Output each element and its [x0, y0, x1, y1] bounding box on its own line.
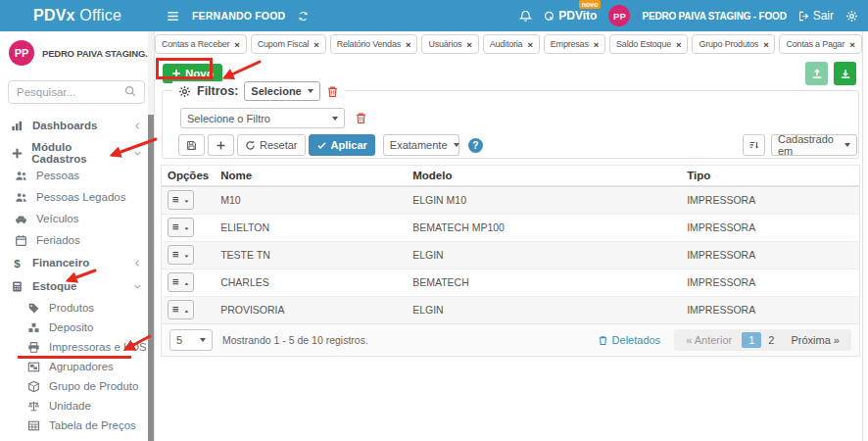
row-options-button[interactable] — [168, 190, 194, 210]
import-button[interactable] — [805, 62, 828, 85]
row-options-button[interactable] — [168, 300, 194, 319]
sidebar-user[interactable]: PP PEDRO PAIVA STAGING... — [0, 31, 154, 72]
sidebar-item-label: Pessoas Legados — [36, 191, 125, 203]
close-icon[interactable]: × — [313, 39, 318, 50]
settings-gear-icon[interactable] — [845, 10, 858, 23]
saved-filter-select[interactable]: Selecione o Filtro — [180, 108, 345, 128]
save-filter-button[interactable] — [178, 134, 205, 156]
deleted-records-link[interactable]: Deletados — [598, 334, 661, 346]
boxes-icon — [26, 321, 41, 334]
cell-model: BEMATECH MP100 — [407, 214, 681, 241]
sidebar-item-modulo-cadastros[interactable]: Módulo Cadastros — [0, 141, 154, 165]
table-row-elielton: ELIELTONBEMATECH MP100IMPRESSORA — [162, 214, 859, 241]
close-icon[interactable]: × — [849, 39, 854, 50]
column-header-name[interactable]: Nome — [215, 166, 407, 186]
page-button-2[interactable]: 2 — [761, 332, 781, 348]
tab-relatorio-vendas[interactable]: Relatório Vendas× — [330, 34, 418, 54]
sidebar-item-dashboards[interactable]: Dashboards — [0, 114, 154, 137]
tab-empresas[interactable]: Empresas× — [544, 34, 605, 54]
refresh-icon[interactable] — [298, 11, 309, 22]
row-options-button[interactable] — [168, 245, 194, 265]
caret-down-icon — [183, 193, 190, 208]
sort-field-select[interactable]: Cadastrado em — [771, 134, 857, 156]
deleted-records-label: Deletados — [612, 334, 661, 346]
table-row-provisoria: PROVISORIAELGINIMPRESSORA — [162, 296, 859, 323]
add-filter-button[interactable] — [208, 134, 234, 156]
tab-usuarios[interactable]: Usuários× — [421, 34, 478, 54]
sidebar-item-unidade[interactable]: Unidade — [0, 396, 154, 416]
tab-label: Grupo Produtos — [699, 39, 758, 49]
hamburger-menu-icon[interactable] — [167, 10, 179, 23]
sidebar-item-veiculos[interactable]: Veículos — [0, 208, 154, 229]
logout-button[interactable]: Sair — [798, 9, 834, 23]
sidebar-item-feriados[interactable]: Feriados — [0, 229, 154, 251]
sidebar-item-tabela-de-precos[interactable]: Tabela de Preços — [0, 416, 154, 435]
previous-page-button[interactable]: « Anterior — [678, 332, 740, 348]
cell-model: ELGIN — [407, 241, 681, 269]
tab-contas-a-receber[interactable]: Contas a Receber× — [155, 34, 247, 54]
page-button-1[interactable]: 1 — [742, 332, 761, 348]
tab-grupo-produtos[interactable]: Grupo Produtos× — [692, 34, 775, 54]
chevron-down-icon — [308, 89, 313, 93]
close-icon[interactable]: × — [594, 39, 599, 50]
sidebar-item-label: Unidade — [49, 400, 91, 412]
row-options-button[interactable] — [168, 272, 194, 292]
sort-direction-button[interactable] — [743, 134, 765, 156]
delete-filter-trash-icon[interactable] — [355, 112, 367, 124]
row-options-button[interactable] — [168, 218, 194, 237]
clear-filter-type-trash-icon[interactable] — [326, 85, 339, 98]
user-name[interactable]: PEDRO PAIVA STAGING - FOOD — [642, 11, 786, 22]
new-button[interactable]: Novo — [163, 64, 222, 83]
column-header-model[interactable]: Modelo — [407, 166, 681, 186]
sidebar-item-pessoas-legados[interactable]: Pessoas Legados — [0, 186, 154, 208]
brand-rest: Office — [79, 7, 121, 24]
tab-cupom-fiscal[interactable]: Cupom Fiscal× — [251, 34, 326, 54]
sidebar-scrollbar-thumb[interactable] — [148, 115, 154, 441]
tab-auditoria[interactable]: Auditoria× — [483, 34, 540, 54]
sidebar-item-agrupadores[interactable]: Agrupadores — [0, 357, 154, 376]
next-page-button[interactable]: Próxima » — [783, 332, 847, 348]
help-icon[interactable]: ? — [468, 138, 483, 153]
table-row-m10: M10ELGIN M10IMPRESSORA — [162, 186, 859, 214]
upload-icon — [811, 68, 823, 79]
sidebar-item-label: Impressoras e KDS — [49, 341, 147, 353]
close-icon[interactable]: × — [763, 39, 768, 50]
caret-up-icon — [183, 275, 190, 290]
tab-label: Usuários — [428, 39, 461, 49]
user-avatar[interactable]: PP — [608, 5, 630, 26]
sidebar-item-pessoas[interactable]: Pessoas — [0, 165, 154, 186]
search-input[interactable]: Pesquisar... — [8, 80, 145, 104]
sidebar-item-label: Tabela de Preços — [49, 419, 136, 431]
tab-contas-a-pagar[interactable]: Contas a Pagar× — [779, 34, 861, 54]
sidebar-item-produtos[interactable]: Produtos — [0, 298, 154, 318]
sidebar-item-deposito[interactable]: Deposito — [0, 318, 154, 337]
column-header-options[interactable]: Opções — [162, 166, 215, 186]
match-mode-select[interactable]: Exatamente — [383, 134, 459, 156]
table-row-teste-tn: TESTE TNELGINIMPRESSORA — [162, 241, 859, 269]
reset-button[interactable]: Resetar — [237, 134, 306, 156]
close-icon[interactable]: × — [406, 39, 410, 50]
search-placeholder: Pesquisar... — [17, 86, 124, 98]
filter-type-select[interactable]: Selecione — [244, 81, 319, 101]
close-icon[interactable]: × — [234, 39, 239, 50]
bell-icon[interactable] — [519, 10, 532, 23]
filters-panel: Filtros: Selecione Selecione o Filtro — [162, 90, 859, 159]
sidebar-item-impressoras-e-kds[interactable]: Impressoras e KDS — [0, 337, 154, 357]
app-logo[interactable]: PDVx Office — [0, 7, 155, 24]
pdvito-link[interactable]: novo PDVito — [544, 9, 597, 23]
close-icon[interactable]: × — [676, 39, 681, 50]
bars-icon — [171, 303, 181, 318]
tab-saldo-estoque[interactable]: Saldo Estoque× — [609, 34, 688, 54]
page-size-select[interactable]: 5 — [169, 329, 213, 351]
apply-button[interactable]: Aplicar — [309, 134, 375, 156]
column-header-type[interactable]: Tipo — [681, 166, 859, 186]
export-button[interactable] — [834, 62, 856, 85]
close-icon[interactable]: × — [527, 39, 532, 50]
company-name[interactable]: FERNANDO FOOD — [192, 10, 285, 22]
close-icon[interactable]: × — [466, 39, 471, 50]
cell-type: IMPRESSORA — [681, 241, 859, 269]
page-scrollbar-track[interactable] — [862, 31, 868, 441]
sidebar-item-financeiro[interactable]: $Financeiro — [0, 251, 154, 274]
sidebar-item-estoque[interactable]: Estoque — [0, 274, 154, 298]
sidebar-item-grupo-de-produto[interactable]: Grupo de Produto — [0, 376, 154, 396]
